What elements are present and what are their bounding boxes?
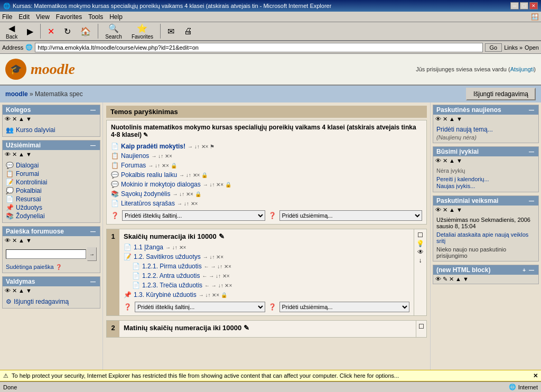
- down-icon-2[interactable]: ▼: [26, 151, 32, 158]
- block-busimi-minimize[interactable]: —: [528, 149, 535, 155]
- eye-r2[interactable]: 👁: [435, 157, 441, 164]
- home-button[interactable]: 🏠: [77, 25, 95, 38]
- del-r2[interactable]: ✕: [443, 157, 447, 164]
- edit-button[interactable]: Išjungti redagavimą: [466, 88, 536, 100]
- delete-icon-2[interactable]: ✕: [12, 151, 17, 158]
- valdymas-isjungti[interactable]: ⚙ Išjungti redagavimą: [6, 297, 97, 306]
- add-resource-select-t1[interactable]: Pridėti išteklių šaltinį...: [135, 302, 265, 312]
- block-valdymas-minimize[interactable]: —: [89, 279, 97, 285]
- eye-r3[interactable]: 👁: [435, 207, 441, 213]
- activity-pokalbis-link[interactable]: Pokalbis realiu laiku: [121, 171, 177, 179]
- up-r2[interactable]: ▲: [449, 157, 455, 164]
- down-icon-3[interactable]: ▼: [26, 237, 32, 244]
- topic1-trecia-link[interactable]: 1.2.3. Trečia užduotis: [142, 282, 202, 289]
- down-r4[interactable]: ▼: [463, 276, 469, 283]
- add-activity-select[interactable]: Pridėti užsiėmimą...: [279, 210, 423, 221]
- delete-icon-3[interactable]: ✕: [12, 237, 17, 244]
- del-r4[interactable]: ✕: [449, 276, 454, 283]
- add-activity-select-t1[interactable]: Pridėti užsiėmimą...: [279, 302, 410, 312]
- security-bar[interactable]: ⚠ To help protect your security, Interne…: [0, 370, 541, 381]
- activity-naujienos-link[interactable]: Naujienos: [121, 152, 149, 160]
- add-resource-select[interactable]: Pridėti išteklių šaltinį...: [122, 210, 265, 221]
- forum-search-button[interactable]: →: [87, 247, 97, 261]
- block-paskutiniai-minimize[interactable]: —: [528, 198, 535, 204]
- topic1-pirma-link[interactable]: 1.2.1. Pirma užduotis: [142, 263, 202, 270]
- add-topic-link[interactable]: Pridėti naują temą...: [436, 126, 493, 133]
- eye-topic-icon[interactable]: 👁: [417, 248, 424, 256]
- maximize-button[interactable]: □: [520, 2, 528, 10]
- close-button[interactable]: ✕: [529, 2, 538, 10]
- menu-help[interactable]: Help: [109, 13, 123, 21]
- menu-edit[interactable]: Edit: [18, 13, 30, 21]
- forum-search-input[interactable]: [6, 249, 86, 259]
- topic1-kurybine-link[interactable]: 1.3. Kūrybinė užduotis: [134, 291, 197, 298]
- uzsiemimai-pokalbiai[interactable]: 💭 Pokalbiai: [6, 186, 97, 195]
- uzsiemimai-resursai[interactable]: 📄 Resursai: [6, 195, 97, 203]
- up-r3[interactable]: ▲: [449, 207, 455, 213]
- block-paskutines-minimize[interactable]: —: [528, 107, 535, 113]
- block-new-html-minimize[interactable]: —: [528, 267, 535, 273]
- activity-literaturos-link[interactable]: Literatūros sąrašas: [121, 200, 175, 207]
- menu-file[interactable]: File: [2, 13, 12, 21]
- kolegos-item-dalyviai[interactable]: 👥 Kurso dalyviai: [6, 126, 97, 134]
- eye-icon-4[interactable]: 👁: [5, 287, 11, 294]
- down-r3[interactable]: ▼: [456, 207, 462, 213]
- topic1-intro-link[interactable]: 1.1 Įžanga: [134, 244, 163, 251]
- block-new-html-add[interactable]: +: [521, 267, 527, 273]
- calendar-link[interactable]: Pereiti į kalendorių...: [436, 176, 535, 182]
- down-icon[interactable]: ▼: [26, 116, 32, 123]
- up-icon[interactable]: ▲: [18, 116, 24, 123]
- eye-icon-2[interactable]: 👁: [5, 151, 11, 158]
- uzsiemimai-kontroliniai[interactable]: 📝 Kontroliniai: [6, 178, 97, 186]
- eye-r4[interactable]: 👁: [435, 276, 441, 283]
- eye-icon-3[interactable]: 👁: [5, 237, 11, 244]
- eye-icon[interactable]: 👁: [5, 116, 11, 123]
- block-kolegos-minimize[interactable]: —: [89, 107, 97, 113]
- uzsiemimai-dialogai[interactable]: 💬 Dialogai: [6, 161, 97, 170]
- up-icon-2[interactable]: ▲: [18, 151, 24, 158]
- address-input[interactable]: [35, 43, 482, 52]
- stop-button[interactable]: ✕: [44, 25, 58, 38]
- up-r4[interactable]: ▲: [455, 276, 461, 283]
- down-r1[interactable]: ▼: [456, 116, 462, 123]
- delete-icon[interactable]: ✕: [12, 116, 17, 123]
- activity-kaip-pradeti[interactable]: Kaip pradėti mokytis!: [121, 143, 185, 150]
- up-icon-4[interactable]: ▲: [18, 287, 24, 294]
- print-button[interactable]: 🖨: [180, 25, 196, 38]
- block-uzsiemimai-minimize[interactable]: —: [89, 143, 97, 148]
- minimize-button[interactable]: ─: [510, 2, 519, 10]
- new-event-link[interactable]: Naujas įvykis...: [436, 183, 475, 189]
- checkbox-icon-1[interactable]: ☐: [417, 231, 423, 239]
- logout-link[interactable]: Atsijungti: [510, 66, 534, 72]
- uzsiemimai-zodyneliai[interactable]: 📚 Žodyneliai: [6, 212, 97, 220]
- security-close-button[interactable]: ✕: [533, 372, 538, 379]
- activity-zodyneliais-link[interactable]: Sąvokų žodynėlis: [121, 190, 170, 198]
- uzsiemimai-uzduotys[interactable]: 📌 Užduotys: [6, 203, 97, 212]
- refresh-button[interactable]: ↻: [60, 25, 74, 38]
- eye-r1[interactable]: 👁: [435, 116, 441, 123]
- search-button[interactable]: 🔍 Search: [101, 22, 126, 41]
- mail-button[interactable]: ✉: [164, 25, 178, 38]
- menu-tools[interactable]: Tools: [88, 13, 103, 21]
- up-r1[interactable]: ▲: [449, 116, 455, 123]
- detailed-report-link[interactable]: Detaliai ataskaita apie naują veiklos sr…: [436, 231, 535, 244]
- go-button[interactable]: Go: [485, 43, 502, 52]
- topic1-savitikros-link[interactable]: 1.2. Savitikros užduotys: [134, 253, 201, 260]
- edit-r4[interactable]: ✎: [443, 276, 447, 283]
- links-button[interactable]: Links »: [504, 44, 523, 51]
- back-button[interactable]: ◀ Back: [2, 22, 21, 41]
- advanced-search-link[interactable]: Sudėtinga paieška: [6, 264, 54, 270]
- topic1-antra-link[interactable]: 1.2.2. Antra užduotis: [142, 272, 200, 279]
- block-paieska-minimize[interactable]: —: [89, 229, 97, 235]
- del-r3[interactable]: ✕: [443, 207, 447, 213]
- uzsiemimai-forumai[interactable]: 📋 Forumai: [6, 170, 97, 178]
- arrow-down-topic[interactable]: ↓: [419, 257, 422, 264]
- delete-icon-4[interactable]: ✕: [12, 287, 17, 294]
- activity-forumas-link[interactable]: Forumas: [121, 162, 146, 169]
- down-icon-4[interactable]: ▼: [26, 287, 32, 294]
- down-r2[interactable]: ▼: [456, 157, 462, 164]
- menu-favorites[interactable]: Favorites: [56, 13, 82, 21]
- checkbox-icon-2[interactable]: ☐: [418, 323, 424, 330]
- activity-dialogas-link[interactable]: Mokinio ir mokytojo dialogas: [121, 181, 201, 188]
- favorites-button[interactable]: ⭐ Favorites: [128, 22, 157, 41]
